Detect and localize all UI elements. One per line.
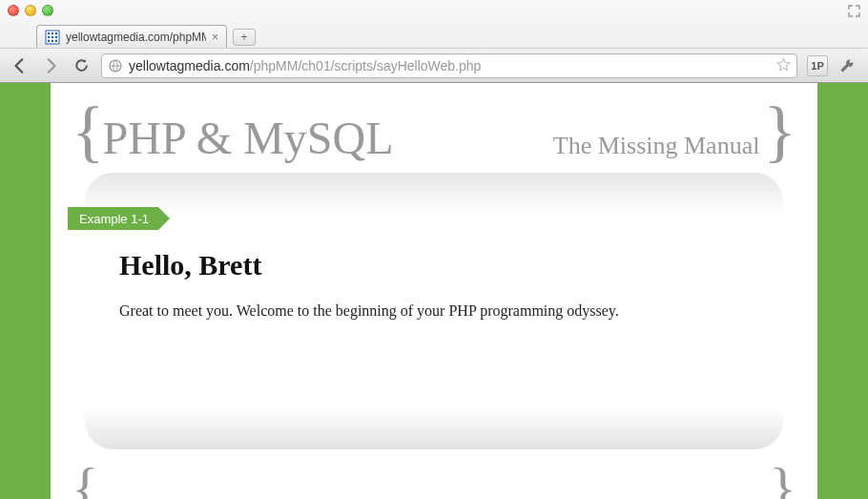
content-body: Hello, Brett Great to meet you. Welcome … bbox=[85, 173, 783, 320]
bookmark-star-icon[interactable] bbox=[776, 57, 791, 74]
svg-rect-1 bbox=[48, 32, 50, 34]
address-text: yellowtagmedia.com/phpMM/ch01/scripts/sa… bbox=[129, 58, 773, 73]
greeting-paragraph: Great to meet you. Welcome to the beginn… bbox=[119, 302, 749, 320]
title-right: The Missing Manual } bbox=[553, 96, 796, 165]
svg-rect-5 bbox=[52, 35, 53, 37]
toolbar: yellowtagmedia.com/phpMM/ch01/scripts/sa… bbox=[0, 48, 868, 82]
traffic-lights bbox=[8, 5, 53, 16]
page-container: { PHP & MySQL The Missing Manual } Examp… bbox=[51, 83, 817, 499]
example-ribbon: Example 1-1 bbox=[68, 207, 158, 230]
tabstrip: yellowtagmedia.com/phpMM × + bbox=[0, 21, 868, 48]
tab-close-icon[interactable]: × bbox=[212, 31, 218, 44]
new-tab-button[interactable]: + bbox=[233, 29, 256, 46]
page-title: PHP & MySQL bbox=[103, 112, 394, 164]
window-zoom-button[interactable] bbox=[42, 5, 53, 16]
plus-icon: + bbox=[240, 31, 247, 44]
brace-close-icon: } bbox=[763, 96, 796, 165]
svg-rect-3 bbox=[55, 32, 57, 34]
footer-braces: { } bbox=[68, 459, 800, 499]
svg-rect-4 bbox=[48, 35, 50, 37]
reload-button[interactable] bbox=[71, 55, 92, 76]
svg-rect-9 bbox=[55, 39, 57, 41]
browser-chrome: yellowtagmedia.com/phpMM × + yellowtagme… bbox=[0, 0, 868, 83]
svg-rect-7 bbox=[48, 39, 50, 41]
page-header: { PHP & MySQL The Missing Manual } bbox=[68, 96, 800, 169]
content-panel: Example 1-1 Hello, Brett Great to meet y… bbox=[85, 173, 783, 449]
globe-icon bbox=[108, 58, 123, 73]
example-label: Example 1-1 bbox=[79, 212, 149, 226]
svg-rect-8 bbox=[52, 39, 53, 41]
browser-tab[interactable]: yellowtagmedia.com/phpMM × bbox=[36, 25, 227, 48]
window-minimize-button[interactable] bbox=[25, 5, 36, 16]
footer-brace-open-icon: { bbox=[72, 459, 99, 499]
titlebar bbox=[0, 0, 868, 21]
fullscreen-icon[interactable] bbox=[848, 4, 860, 16]
window-close-button[interactable] bbox=[8, 5, 19, 16]
page-viewport: { PHP & MySQL The Missing Manual } Examp… bbox=[0, 83, 868, 499]
extension-label: 1P bbox=[811, 60, 823, 72]
forward-button[interactable] bbox=[40, 55, 61, 76]
brace-open-icon: { bbox=[72, 96, 105, 165]
address-path: /phpMM/ch01/scripts/sayHelloWeb.php bbox=[250, 58, 482, 73]
extension-button[interactable]: 1P bbox=[807, 55, 828, 76]
greeting-heading: Hello, Brett bbox=[119, 249, 749, 281]
wrench-menu-button[interactable] bbox=[837, 55, 858, 76]
back-button[interactable] bbox=[10, 55, 31, 76]
tab-title: yellowtagmedia.com/phpMM bbox=[66, 31, 206, 44]
footer-brace-close-icon: } bbox=[769, 459, 796, 499]
title-left: { PHP & MySQL bbox=[72, 96, 394, 165]
page-subtitle: The Missing Manual bbox=[553, 132, 760, 160]
address-bar[interactable]: yellowtagmedia.com/phpMM/ch01/scripts/sa… bbox=[101, 53, 797, 78]
favicon-icon bbox=[45, 30, 60, 45]
svg-rect-2 bbox=[52, 32, 53, 34]
svg-rect-6 bbox=[55, 35, 57, 37]
address-host: yellowtagmedia.com bbox=[129, 58, 250, 73]
